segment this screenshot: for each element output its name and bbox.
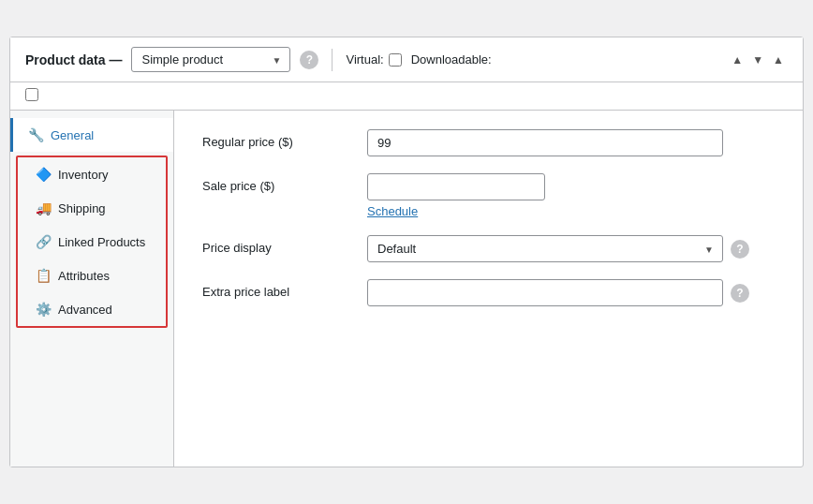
- sidebar-label-attributes: Attributes: [58, 269, 110, 283]
- price-display-label: Price display: [202, 235, 352, 255]
- arrow-buttons: ▲ ▼ ▲: [728, 52, 788, 68]
- price-display-row: Price display Default ?: [202, 235, 775, 262]
- sidebar-item-advanced[interactable]: ⚙️ Advanced: [18, 292, 166, 326]
- sidebar-label-linked-products: Linked Products: [58, 235, 145, 249]
- sidebar: 🔧 General 🔷 Inventory 🚚 Shipping 🔗 Linke…: [10, 111, 174, 467]
- regular-price-row: Regular price ($): [202, 129, 775, 156]
- sidebar-item-shipping[interactable]: 🚚 Shipping: [18, 191, 166, 225]
- sale-price-col: Schedule: [367, 173, 545, 218]
- sale-price-input[interactable]: [367, 173, 545, 200]
- sidebar-label-shipping: Shipping: [58, 201, 106, 215]
- sale-price-field: Schedule: [367, 173, 775, 218]
- inventory-icon: 🔷: [36, 167, 51, 182]
- virtual-label[interactable]: Virtual:: [346, 52, 401, 67]
- product-data-panel: Product data — Simple product ? Virtual:…: [9, 37, 804, 467]
- product-type-wrapper[interactable]: Simple product: [131, 47, 290, 72]
- regular-price-input[interactable]: [367, 129, 723, 156]
- panel-body: 🔧 General 🔷 Inventory 🚚 Shipping 🔗 Linke…: [10, 111, 803, 467]
- extra-price-label-input[interactable]: [367, 279, 723, 306]
- sidebar-label-advanced: Advanced: [58, 303, 112, 317]
- sidebar-label-general: General: [51, 128, 94, 142]
- extra-price-label-row: Extra price label ?: [202, 279, 775, 306]
- price-display-field: Default ?: [367, 235, 775, 262]
- wrench-icon: 🔧: [28, 127, 43, 142]
- attributes-icon: 📋: [36, 268, 51, 283]
- extra-price-label-help-icon[interactable]: ?: [731, 284, 749, 303]
- sidebar-item-attributes[interactable]: 📋 Attributes: [18, 259, 166, 292]
- arrow-up-button[interactable]: ▲: [728, 52, 746, 68]
- shipping-icon: 🚚: [36, 200, 51, 215]
- sidebar-item-inventory[interactable]: 🔷 Inventory: [18, 157, 166, 191]
- sidebar-highlight-box: 🔷 Inventory 🚚 Shipping 🔗 Linked Products…: [16, 156, 168, 328]
- virtual-checkbox[interactable]: [389, 53, 402, 67]
- header-divider: [332, 49, 333, 71]
- sidebar-label-inventory: Inventory: [58, 168, 108, 182]
- arrow-down-button[interactable]: ▼: [748, 52, 767, 68]
- price-display-help-icon[interactable]: ?: [731, 240, 749, 259]
- sale-price-row: Sale price ($) Schedule: [202, 173, 775, 218]
- link-icon: 🔗: [36, 234, 51, 249]
- price-display-select-wrapper[interactable]: Default: [367, 235, 723, 262]
- regular-price-field: [367, 129, 775, 156]
- sidebar-item-linked-products[interactable]: 🔗 Linked Products: [18, 225, 166, 259]
- price-display-select[interactable]: Default: [367, 235, 723, 262]
- header-checkbox-row: [10, 82, 803, 111]
- product-type-select[interactable]: Simple product: [131, 47, 290, 72]
- regular-price-label: Regular price ($): [202, 129, 352, 149]
- sale-price-label: Sale price ($): [202, 173, 352, 193]
- extra-price-label-label: Extra price label: [202, 279, 352, 299]
- panel-header: Product data — Simple product ? Virtual:…: [10, 37, 803, 82]
- panel-checkbox[interactable]: [25, 88, 38, 101]
- panel-title: Product data —: [25, 52, 122, 67]
- main-content: Regular price ($) Sale price ($) Schedul…: [174, 111, 803, 467]
- advanced-icon: ⚙️: [36, 302, 51, 317]
- sidebar-item-general[interactable]: 🔧 General: [10, 118, 173, 152]
- schedule-link[interactable]: Schedule: [367, 204, 545, 218]
- extra-price-label-field: ?: [367, 279, 775, 306]
- downloadable-label: Downloadable:: [411, 52, 492, 67]
- arrow-expand-button[interactable]: ▲: [769, 52, 788, 68]
- product-type-help-icon[interactable]: ?: [300, 51, 318, 69]
